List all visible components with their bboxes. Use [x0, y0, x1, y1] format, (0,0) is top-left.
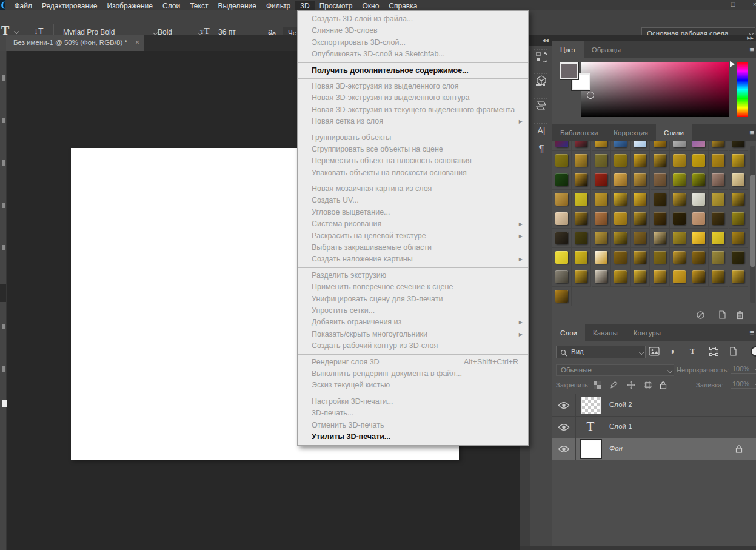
style-swatch[interactable] [654, 193, 666, 206]
tool-preset-chevron-icon[interactable] [14, 29, 19, 34]
color-panel-menu-icon[interactable]: ≡ [749, 45, 754, 54]
style-swatch[interactable] [732, 141, 744, 147]
style-swatch-cell[interactable] [729, 151, 748, 170]
style-swatch-cell[interactable] [631, 209, 650, 229]
delete-style-icon[interactable] [736, 310, 744, 322]
style-swatch[interactable] [555, 173, 568, 186]
style-swatch-cell[interactable] [670, 267, 689, 287]
lock-transparency-icon[interactable] [593, 381, 601, 392]
style-swatch-cell[interactable] [552, 209, 572, 229]
style-swatch-cell[interactable] [552, 287, 572, 306]
style-swatch-cell[interactable] [572, 151, 591, 170]
type-filter-icon[interactable]: T [690, 346, 695, 356]
style-swatch[interactable] [595, 154, 607, 167]
toolbar-edge[interactable] [0, 51, 7, 550]
style-swatch-cell[interactable] [670, 209, 689, 229]
document-tab[interactable]: Без имени-1 @ 50% (Фон, RGB/8) * × [6, 35, 144, 51]
smart-object-filter-icon[interactable] [729, 347, 737, 358]
style-swatch-cell[interactable] [689, 151, 709, 170]
clear-style-icon[interactable] [696, 310, 705, 322]
hue-strip[interactable] [737, 62, 748, 117]
style-swatch-cell[interactable] [572, 141, 591, 151]
style-swatch-cell[interactable] [631, 267, 650, 287]
style-swatch-cell[interactable] [729, 248, 748, 267]
layer-filter-select[interactable]: Вид [556, 346, 646, 358]
style-swatch[interactable] [555, 212, 568, 225]
style-swatch-cell[interactable] [729, 267, 748, 287]
style-swatch-cell[interactable] [592, 229, 611, 248]
3d-panel-icon[interactable] [530, 75, 552, 90]
style-swatch[interactable] [595, 193, 607, 206]
restore-button[interactable]: □ [726, 0, 740, 8]
style-swatch-cell[interactable] [689, 229, 709, 248]
style-swatch-cell[interactable] [729, 170, 748, 190]
style-swatch-cell[interactable] [651, 267, 670, 287]
style-swatch[interactable] [575, 251, 587, 264]
style-swatch-cell[interactable] [631, 151, 650, 170]
style-swatch[interactable] [555, 290, 568, 303]
style-swatch-cell[interactable] [552, 151, 572, 170]
style-swatch[interactable] [654, 270, 666, 283]
style-swatch[interactable] [555, 232, 568, 244]
style-swatch-cell[interactable] [552, 170, 572, 190]
style-swatch-cell[interactable] [592, 190, 611, 209]
style-swatch[interactable] [575, 212, 587, 225]
style-swatch[interactable] [732, 251, 744, 264]
layer-thumbnail[interactable] [581, 440, 601, 458]
style-swatch[interactable] [654, 173, 666, 186]
history-panel-icon[interactable] [530, 51, 552, 67]
style-swatch[interactable] [575, 173, 587, 186]
styles-tab-библиотеки[interactable]: Библиотеки [552, 124, 606, 141]
style-swatch[interactable] [654, 154, 666, 167]
style-swatch[interactable] [732, 193, 744, 206]
style-swatch-cell[interactable] [709, 248, 728, 267]
layers-panel-menu-icon[interactable]: ≡ [749, 328, 754, 337]
style-swatch-cell[interactable] [572, 229, 591, 248]
hue-slider-arrow-icon[interactable] [730, 61, 735, 67]
style-swatch-cell[interactable] [651, 209, 670, 229]
style-swatch[interactable] [692, 173, 705, 186]
style-swatch[interactable] [654, 212, 666, 225]
layer-visibility-eye-icon[interactable] [552, 416, 576, 438]
style-swatch-cell[interactable] [552, 190, 572, 209]
layer-name[interactable]: Слой 2 [609, 401, 632, 408]
styles-tab-коррекция[interactable]: Коррекция [606, 124, 656, 141]
style-swatch-cell[interactable] [572, 209, 591, 229]
style-swatch[interactable] [555, 193, 568, 206]
style-swatch[interactable] [712, 173, 724, 186]
style-swatch-cell[interactable] [689, 170, 709, 190]
style-swatch[interactable] [634, 270, 646, 283]
layers-tab-слои[interactable]: Слои [552, 324, 585, 341]
style-swatch-cell[interactable] [552, 229, 572, 248]
layer-row[interactable]: Слой 2 [552, 394, 756, 417]
style-swatch-cell[interactable] [689, 267, 709, 287]
style-swatch-cell[interactable] [729, 209, 748, 229]
style-swatch[interactable] [692, 141, 705, 147]
opacity-value[interactable]: 100% [731, 365, 756, 374]
style-swatch-cell[interactable] [592, 141, 611, 151]
layer-comps-panel-icon[interactable] [530, 100, 552, 116]
style-swatch[interactable] [575, 193, 587, 206]
style-swatch[interactable] [732, 173, 744, 186]
style-swatch-cell[interactable] [552, 141, 572, 151]
style-swatch-cell[interactable] [709, 209, 728, 229]
style-swatch-cell[interactable] [709, 170, 728, 190]
style-swatch[interactable] [614, 251, 627, 264]
style-swatch[interactable] [614, 141, 627, 147]
layer-visibility-eye-icon[interactable] [552, 394, 576, 416]
menu-item[interactable]: Получить дополнительное содержимое... [298, 65, 528, 76]
blend-mode-select[interactable]: Обычные [556, 364, 674, 376]
style-swatch[interactable] [614, 193, 627, 206]
style-swatch[interactable] [654, 141, 666, 147]
style-swatch-cell[interactable] [651, 141, 670, 151]
style-swatch-cell[interactable] [611, 151, 631, 170]
style-swatch-cell[interactable] [592, 170, 611, 190]
style-swatch-cell[interactable] [670, 170, 689, 190]
style-swatch[interactable] [595, 232, 607, 244]
style-swatch-cell[interactable] [670, 190, 689, 209]
layer-thumbnail[interactable] [581, 397, 601, 414]
style-swatch[interactable] [595, 270, 607, 283]
style-swatch-cell[interactable] [592, 151, 611, 170]
style-swatch-cell[interactable] [572, 267, 591, 287]
menu-item[interactable]: Утилиты 3D-печати... [298, 431, 528, 443]
